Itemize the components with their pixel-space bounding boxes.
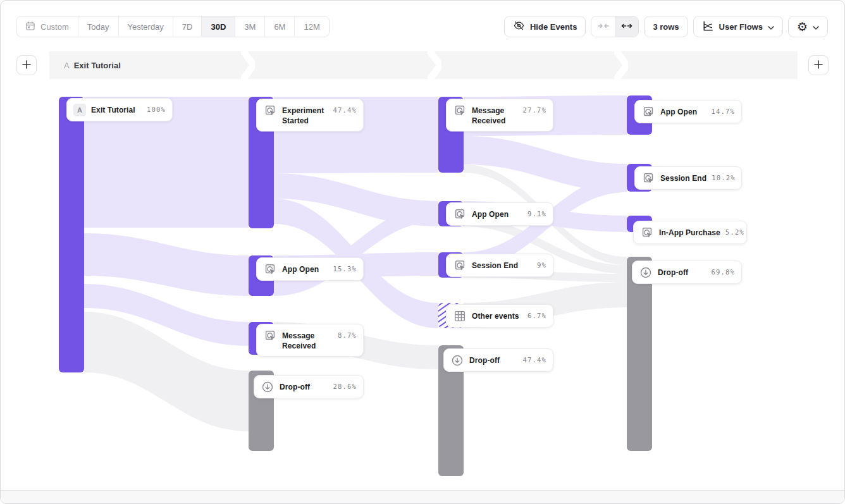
drop-off-icon: [450, 353, 464, 367]
node-card-app-open-step3[interactable]: App Open14.7%: [634, 100, 742, 123]
drop-off-icon: [261, 380, 274, 394]
node-card-drop-off-step1[interactable]: Drop-off28.6%: [254, 375, 364, 398]
hide-events-button[interactable]: Hide Events: [504, 16, 586, 37]
date-range-label: 12M: [304, 22, 319, 32]
bottom-strip: [1, 490, 844, 503]
node-card-app-open-step2[interactable]: App Open9.1%: [446, 202, 553, 226]
add-step-left-button[interactable]: [16, 55, 37, 75]
date-range-label: Today: [87, 22, 109, 32]
node-card-message-received-step1[interactable]: Message Received8.7%: [256, 324, 364, 357]
chart-type-dropdown[interactable]: User Flows: [693, 16, 783, 37]
node-card-session-end-step2[interactable]: Session End9%: [446, 254, 553, 277]
plus-icon: [814, 60, 823, 71]
node-card-session-end-step3[interactable]: Session End10.2%: [634, 166, 742, 190]
node-label: App Open: [282, 262, 319, 274]
node-label: App Open: [472, 207, 509, 219]
user-flows-app: Custom Today Yesterday 7D 30D 3M 6M 12M …: [0, 0, 845, 504]
event-icon: [263, 104, 277, 118]
step-title: Exit Tutorial: [74, 61, 121, 70]
node-card-experiment-started-step1[interactable]: Experiment Started47.4%: [256, 99, 364, 132]
node-percentage: 15.3%: [333, 262, 357, 273]
gear-icon: ⚙: [797, 21, 808, 33]
event-icon: [263, 329, 277, 343]
node-card-other-events-step2[interactable]: Other events6.7%: [446, 304, 553, 328]
flow-chart-icon: [702, 20, 714, 34]
event-icon: [641, 171, 655, 185]
date-range-today[interactable]: Today: [78, 16, 119, 37]
grid-icon: [453, 309, 467, 323]
node-label: Session End: [472, 259, 518, 271]
step-header: A Exit Tutorial: [1, 51, 844, 79]
node-percentage: 8.7%: [338, 329, 357, 339]
toolbar-right: Hide Events 3 rows: [504, 16, 828, 37]
node-card-drop-off-step2[interactable]: Drop-off47.4%: [443, 348, 553, 372]
node-card-drop-off-step3[interactable]: Drop-off69.8%: [632, 261, 742, 284]
node-percentage: 9%: [537, 259, 546, 269]
node-percentage: 14.7%: [711, 105, 735, 115]
hide-events-label: Hide Events: [530, 22, 577, 32]
node-label: Message Received: [472, 104, 517, 126]
node-percentage: 47.4%: [522, 353, 546, 364]
date-range-6m[interactable]: 6M: [265, 16, 295, 37]
chevron-down-icon: [813, 22, 819, 32]
event-icon: [453, 104, 467, 118]
node-percentage: 27.7%: [522, 104, 546, 114]
rows-label: 3 rows: [653, 22, 679, 32]
node-label: Exit Tutorial: [91, 103, 135, 115]
date-range-label: 7D: [182, 22, 193, 32]
date-range-7d[interactable]: 7D: [173, 16, 202, 37]
arrows-collapse-icon: [598, 22, 609, 32]
plus-icon: [22, 60, 31, 71]
node-percentage: 47.4%: [333, 104, 357, 114]
drop-off-icon: [639, 266, 653, 280]
date-range-30d[interactable]: 30D: [202, 16, 235, 37]
node-label: Experiment Started: [282, 104, 328, 126]
step-band: A Exit Tutorial: [49, 51, 798, 79]
date-range-12m[interactable]: 12M: [295, 16, 328, 37]
node-label: Session End: [660, 171, 706, 183]
node-percentage: 5.2%: [725, 226, 744, 236]
node-label: Drop-off: [658, 266, 688, 278]
date-range-label: 30D: [211, 22, 226, 32]
event-icon: [263, 262, 277, 276]
step-letter-badge: A: [73, 104, 86, 116]
eye-off-icon: [513, 20, 525, 34]
chart-type-label: User Flows: [719, 22, 763, 32]
step-badge: A: [64, 61, 70, 70]
date-range-label: Yesterday: [128, 22, 164, 32]
arrows-expand-icon: [621, 22, 632, 32]
node-label: In-App Purchase: [659, 226, 720, 238]
calendar-icon: [25, 21, 35, 33]
node-label: Drop-off: [469, 353, 500, 366]
rows-button[interactable]: 3 rows: [644, 16, 688, 37]
node-label: Other events: [472, 309, 519, 321]
expand-columns-button[interactable]: [615, 16, 638, 37]
step-separator-chevron: [428, 51, 441, 79]
collapse-columns-button[interactable]: [591, 16, 615, 37]
date-range-custom[interactable]: Custom: [16, 16, 78, 37]
toolbar: Custom Today Yesterday 7D 30D 3M 6M 12M …: [16, 16, 828, 37]
node-percentage: 10.2%: [712, 171, 736, 181]
settings-dropdown[interactable]: ⚙: [788, 16, 828, 37]
node-percentage: 9.1%: [527, 207, 546, 218]
node-card-exit-tutorial-step0[interactable]: AExit Tutorial100%: [66, 98, 173, 121]
node-percentage: 69.8%: [711, 266, 735, 276]
event-icon: [453, 207, 467, 221]
node-label: Drop-off: [280, 380, 310, 392]
event-icon: [453, 259, 467, 273]
date-range-yesterday[interactable]: Yesterday: [119, 16, 173, 37]
event-icon: [640, 226, 654, 240]
node-label: Message Received: [282, 329, 333, 351]
node-card-app-open-step1[interactable]: App Open15.3%: [256, 257, 364, 281]
node-card-in-app-purchase-step3[interactable]: In-App Purchase5.2%: [633, 221, 747, 244]
chevron-down-icon: [768, 22, 774, 32]
add-step-right-button[interactable]: [808, 55, 829, 75]
node-card-message-received-step2[interactable]: Message Received27.7%: [446, 99, 553, 132]
node-label: App Open: [660, 105, 697, 117]
date-range-label: 3M: [244, 22, 256, 32]
date-range-3m[interactable]: 3M: [235, 16, 265, 37]
date-range-label: Custom: [40, 22, 69, 32]
date-range-picker: Custom Today Yesterday 7D 30D 3M 6M 12M: [16, 16, 330, 37]
node-percentage: 100%: [147, 103, 166, 113]
step-separator-chevron: [241, 51, 255, 79]
